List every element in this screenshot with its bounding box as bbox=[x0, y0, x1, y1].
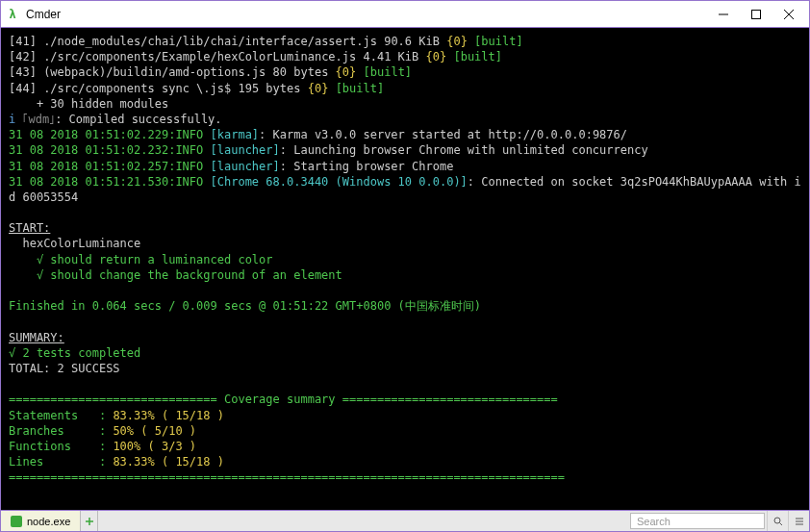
window: λ Cmder [41] ./node_modules/chai/lib/cha… bbox=[0, 0, 810, 532]
build-line: [41] ./node_modules/chai/lib/chai/interf… bbox=[9, 34, 801, 49]
minimize-button[interactable] bbox=[707, 2, 740, 27]
finished-line: Finished in 0.064 secs / 0.009 secs @ 01… bbox=[9, 298, 801, 314]
titlebar[interactable]: λ Cmder bbox=[1, 1, 809, 28]
build-line: [43] (webpack)/buildin/amd-options.js 80… bbox=[9, 64, 801, 80]
start-header: START: bbox=[9, 220, 801, 236]
svg-rect-1 bbox=[752, 10, 761, 18]
terminal-output[interactable]: [41] ./node_modules/chai/lib/chai/interf… bbox=[1, 28, 809, 510]
summary-done: √ 2 tests completed bbox=[9, 345, 801, 361]
window-title: Cmder bbox=[26, 8, 707, 21]
statusbar: node.exe Search bbox=[1, 510, 809, 531]
coverage-header: ============================== Coverage … bbox=[9, 392, 801, 407]
summary-total: TOTAL: 2 SUCCESS bbox=[9, 361, 801, 376]
karma-line: 31 08 2018 01:51:02.232:INFO [launcher]:… bbox=[9, 142, 801, 158]
suite-name: hexColorLuminance bbox=[9, 236, 801, 251]
test-pass: √ should change the background of an ele… bbox=[9, 267, 801, 283]
svg-line-7 bbox=[779, 522, 782, 525]
hidden-modules: + 30 hidden modules bbox=[9, 96, 801, 112]
coverage-rule: ========================================… bbox=[9, 469, 801, 485]
coverage-branches: Branches : 50% ( 5/10 ) bbox=[9, 423, 801, 439]
add-tab-button[interactable] bbox=[81, 511, 98, 531]
svg-point-6 bbox=[774, 518, 780, 523]
node-icon bbox=[11, 516, 22, 527]
karma-line: 31 08 2018 01:51:21.530:INFO [Chrome 68.… bbox=[9, 174, 801, 205]
karma-line: 31 08 2018 01:51:02.229:INFO [karma]: Ka… bbox=[9, 127, 801, 142]
summary-header: SUMMARY: bbox=[9, 330, 801, 345]
test-pass: √ should return a luminanced color bbox=[9, 252, 801, 267]
compiled-line: i ｢wdm｣: Compiled successfully. bbox=[9, 112, 801, 127]
tab-node[interactable]: node.exe bbox=[1, 511, 81, 531]
coverage-functions: Functions : 100% ( 3/3 ) bbox=[9, 439, 801, 454]
karma-line: 31 08 2018 01:51:02.257:INFO [launcher]:… bbox=[9, 159, 801, 174]
search-input[interactable]: Search bbox=[630, 513, 765, 529]
build-line: [44] ./src/components sync \.js$ 195 byt… bbox=[9, 81, 801, 96]
maximize-button[interactable] bbox=[740, 2, 772, 27]
build-line: [42] ./src/components/Example/hexColorLu… bbox=[9, 49, 801, 64]
close-button[interactable] bbox=[772, 2, 805, 27]
tab-label: node.exe bbox=[27, 516, 70, 527]
search-go-button[interactable] bbox=[767, 511, 788, 531]
coverage-statements: Statements : 83.33% ( 15/18 ) bbox=[9, 408, 801, 423]
menu-button[interactable] bbox=[788, 511, 809, 531]
coverage-lines: Lines : 83.33% ( 15/18 ) bbox=[9, 454, 801, 469]
app-icon: λ bbox=[5, 7, 20, 22]
